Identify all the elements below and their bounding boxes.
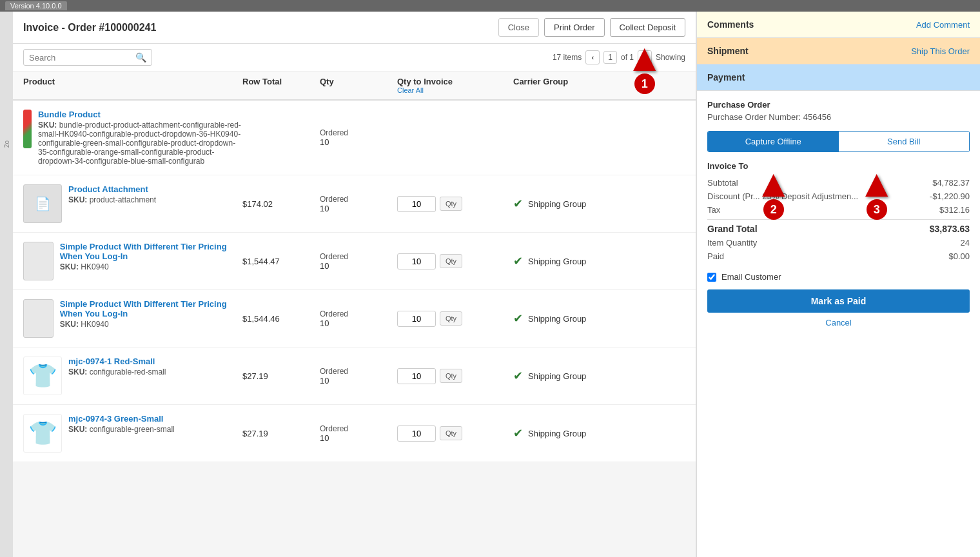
ship-this-order-button[interactable]: Ship This Order <box>911 46 970 56</box>
qty-cell: Ordered 10 <box>320 252 397 271</box>
payment-title: Payment <box>707 72 745 83</box>
version-bar: Version 4.10.0.0 <box>0 0 980 12</box>
qty-button[interactable]: Qty <box>440 311 462 326</box>
cancel-link[interactable]: Cancel <box>707 318 970 327</box>
product-sku: SKU: product-attachment <box>68 195 156 204</box>
product-sku: SKU: HK0940 <box>60 262 242 271</box>
header-actions: Close Print Order Collect Deposit <box>498 18 685 37</box>
product-cell: Bundle Product SKU: bundle-product-produ… <box>23 110 242 166</box>
table-row: Simple Product With Different Tier Prici… <box>13 290 696 347</box>
qty-invoice-cell: Qty <box>397 196 513 212</box>
version-tab: Version 4.10.0.0 <box>5 1 67 10</box>
discount-label: Discount (Pr... 25% Deposit Adjustmen... <box>707 191 858 201</box>
product-cell: Simple Product With Different Tier Prici… <box>23 299 242 338</box>
qty-invoice-cell: Qty <box>397 425 513 442</box>
search-box[interactable]: 🔍 <box>23 49 152 66</box>
tax-value: $312.16 <box>939 205 970 215</box>
paid-label: Paid <box>707 251 724 261</box>
row-total: $27.19 <box>242 371 320 381</box>
invoice-header: Invoice - Order #100000241 Close Print O… <box>13 12 696 44</box>
qty-cell: Ordered 10 <box>320 309 397 328</box>
table-row: 👕 mjc-0974-1 Red-Small SKU: configurable… <box>13 347 696 405</box>
clear-all-link[interactable]: Clear All <box>397 86 513 94</box>
qty-button[interactable]: Qty <box>440 254 462 268</box>
carrier-group-cell: ✔ Shipping Group <box>513 311 685 326</box>
check-icon: ✔ <box>513 311 523 326</box>
qty-invoice-input: Qty <box>397 253 513 269</box>
purchase-order-label: Purchase Order <box>707 100 970 110</box>
product-cell: Simple Product With Different Tier Prici… <box>23 242 242 280</box>
subtotal-row: Subtotal $4,782.37 <box>707 176 970 190</box>
product-name: mjc-0974-1 Red-Small <box>68 357 166 366</box>
product-info: Simple Product With Different Tier Prici… <box>60 242 242 271</box>
payment-content: Purchase Order Purchase Order Number: 45… <box>697 91 980 337</box>
qty-invoice-field[interactable] <box>397 253 436 269</box>
next-page-button[interactable]: › <box>638 50 652 64</box>
prev-page-button[interactable]: ‹ <box>585 50 600 64</box>
product-info: Bundle Product SKU: bundle-product-produ… <box>38 110 242 166</box>
carrier-group-cell: ✔ Shipping Group <box>513 197 685 211</box>
search-input[interactable] <box>29 53 135 63</box>
carrier-group-name: Shipping Group <box>528 314 586 324</box>
subtotal-value: $4,782.37 <box>932 178 970 188</box>
qty-label: Ordered <box>320 195 397 204</box>
qty-value: 10 <box>320 318 397 328</box>
product-cell: 👕 mjc-0974-1 Red-Small SKU: configurable… <box>23 357 242 395</box>
qty-invoice-field[interactable] <box>397 368 436 384</box>
check-icon: ✔ <box>513 369 523 383</box>
product-name: Simple Product With Different Tier Prici… <box>60 299 242 318</box>
carrier-group-name: Shipping Group <box>528 199 586 209</box>
capture-offline-button[interactable]: Capture Offline <box>708 132 839 151</box>
carrier-group-cell: ✔ Shipping Group <box>513 369 685 383</box>
qty-label: Ordered <box>320 424 397 433</box>
row-total: $1,544.47 <box>242 257 320 266</box>
qty-invoice-field[interactable] <box>397 196 436 212</box>
toolbar: 🔍 17 items ‹ 1 of 1 › Showing <box>13 44 696 72</box>
table-row: Bundle Product SKU: bundle-product-produ… <box>13 101 696 175</box>
qty-invoice-input: Qty <box>397 196 513 212</box>
add-comment-button[interactable]: Add Comment <box>916 20 970 30</box>
col-qty-invoice: Qty to Invoice Clear All <box>397 77 513 94</box>
qty-label: Ordered <box>320 252 397 261</box>
item-qty-row: Item Quantity 24 <box>707 236 970 249</box>
email-customer-label: Email Customer <box>721 272 781 282</box>
carrier-group-name: Shipping Group <box>528 371 586 381</box>
qty-invoice-field[interactable] <box>397 425 436 442</box>
qty-button[interactable]: Qty <box>440 197 462 211</box>
collect-deposit-button[interactable]: Collect Deposit <box>610 18 685 37</box>
table-header: Product Row Total Qty Qty to Invoice Cle… <box>13 72 696 101</box>
mark-as-paid-button[interactable]: Mark as Paid <box>707 289 970 313</box>
qty-invoice-field[interactable] <box>397 311 436 327</box>
carrier-cell: ✔ Shipping Group <box>513 426 685 440</box>
right-panel: Comments Add Comment Shipment Ship This … <box>696 12 980 557</box>
email-customer-checkbox[interactable] <box>707 273 716 282</box>
items-count: 17 items <box>553 53 582 62</box>
qty-button[interactable]: Qty <box>440 426 462 440</box>
table-row: 👕 mjc-0974-3 Green-Small SKU: configurab… <box>13 405 696 462</box>
invoice-totals: Invoice To Subtotal $4,782.37 Discount (… <box>707 161 970 263</box>
qty-invoice-input: Qty <box>397 425 513 442</box>
col-carrier-group: Carrier Group <box>513 77 685 94</box>
qty-label: Ordered <box>320 367 397 376</box>
qty-label: Ordered <box>320 309 397 318</box>
send-bill-button[interactable]: Send Bill <box>839 132 970 151</box>
qty-value: 10 <box>320 204 397 213</box>
qty-button[interactable]: Qty <box>440 369 462 383</box>
carrier-group-name: Shipping Group <box>528 429 586 438</box>
tax-label: Tax <box>707 205 720 215</box>
payment-section-header: Payment <box>697 64 980 91</box>
qty-label: Ordered <box>320 128 397 137</box>
row-total: $174.02 <box>242 199 320 209</box>
purchase-order-num-label: Purchase Order Number: <box>707 112 801 122</box>
product-info: Simple Product With Different Tier Prici… <box>60 299 242 329</box>
qty-invoice-cell: Qty <box>397 368 513 384</box>
subtotal-label: Subtotal <box>707 178 738 188</box>
table-row: 📄 Product Attachment SKU: product-attach… <box>13 175 696 233</box>
col-row-total: Row Total <box>242 77 320 94</box>
close-button[interactable]: Close <box>498 18 539 37</box>
product-name: Bundle Product <box>38 110 242 119</box>
print-order-button[interactable]: Print Order <box>544 18 605 37</box>
check-icon: ✔ <box>513 426 523 440</box>
discount-value: -$1,220.90 <box>930 191 970 201</box>
comments-title: Comments <box>707 19 754 30</box>
